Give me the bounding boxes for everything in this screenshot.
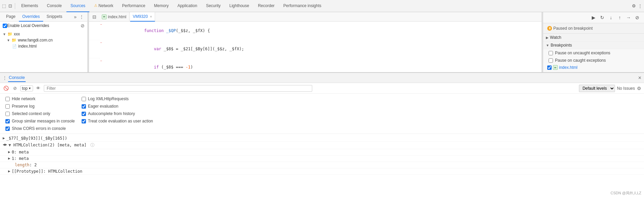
tab-application[interactable]: Application (173, 0, 201, 12)
show-cors-cb[interactable] (5, 126, 10, 131)
copyright-label: CSDN @局外人LZ (611, 191, 641, 196)
panel-tabs: Page Overrides Snippets » ⋮ (0, 12, 87, 22)
step-into-btn[interactable]: ↓ (607, 13, 615, 22)
tab-performance-insights[interactable]: Performance insights (279, 0, 325, 12)
tree-file-item[interactable]: 📄 index.html (0, 43, 87, 49)
more-tabs-btn[interactable]: » (73, 13, 77, 20)
line-num-3 (89, 58, 100, 58)
split-editor-btn[interactable]: ⊟ (90, 13, 98, 21)
tab-network[interactable]: ⚠Network (90, 0, 117, 12)
log-xhr-row[interactable]: Log XMLHttpRequests (82, 96, 153, 101)
console-row-3[interactable]: ▶ 0: meta (0, 149, 644, 156)
autocomplete-row[interactable]: Autocomplete from history (82, 111, 153, 116)
tab-recorder[interactable]: Recorder (254, 0, 279, 12)
expand-icon-1[interactable]: ▶ (3, 136, 5, 140)
inspect-icon[interactable]: ⬚ (1, 3, 7, 9)
step-over-btn[interactable]: ↻ (598, 13, 606, 22)
tab-performance[interactable]: Performance (118, 0, 149, 12)
panel-menu-icon[interactable]: ⋮ (3, 76, 7, 80)
tab-lighthouse[interactable]: Lighthouse (225, 0, 253, 12)
tab-elements[interactable]: Elements (17, 0, 42, 12)
pause-caught-checkbox[interactable] (549, 58, 553, 63)
group-similar-cb[interactable] (5, 119, 10, 123)
tree-domain-folder[interactable]: ▼ 📁 www.fangdi.com.cn (0, 37, 87, 43)
expand-icon-4[interactable]: ▶ (8, 156, 10, 161)
selected-context-cb[interactable] (5, 112, 10, 116)
panel-menu-btn[interactable]: ⋮ (79, 13, 85, 20)
watch-chevron-icon: ▶ (546, 36, 549, 39)
line-dot-1: – (100, 22, 103, 28)
local-overrides-label: Enable Local Overrides (7, 23, 49, 28)
step-btn[interactable]: → (624, 13, 633, 22)
bp-filename: index.html (559, 65, 578, 70)
console-row-5[interactable]: length: 2 (0, 162, 644, 168)
deactivate-bp-btn[interactable]: ⊘ (633, 13, 641, 22)
warn-icon: ⚠ (94, 3, 97, 8)
filter-input[interactable] (44, 85, 313, 92)
context-selector[interactable]: top ▼ (20, 85, 33, 91)
console-row-2[interactable]: ◀▶ ▼ HTMLCollection(2) [meta, meta] ⓘ (0, 142, 644, 149)
clear-console-btn[interactable]: 🚫 (3, 85, 9, 92)
bp-file-row[interactable]: H index.html (543, 64, 644, 71)
tab-overrides[interactable]: Overrides (19, 12, 43, 22)
tree-file-label: index.html (18, 44, 37, 49)
tab-console[interactable]: Console (43, 0, 66, 12)
show-cors-row[interactable]: Show CORS errors in console (5, 126, 75, 131)
eager-eval-cb[interactable] (82, 104, 86, 109)
selected-context-label: Selected context only (12, 111, 50, 116)
tab-security[interactable]: Security (202, 0, 225, 12)
editor-tab-index-html[interactable]: H index.html (99, 12, 129, 22)
hide-network-row[interactable]: Hide network (5, 96, 75, 101)
eye-icon[interactable]: 👁 (35, 85, 42, 92)
console-text-3: 0: meta (12, 150, 641, 154)
eager-eval-row[interactable]: Eager evaluation (82, 104, 153, 109)
settings-gear-icon[interactable]: ⚙ (637, 86, 641, 91)
tab-memory[interactable]: Memory (150, 0, 173, 12)
default-levels-select[interactable]: Default levels (579, 85, 615, 92)
tab-page[interactable]: Page (3, 12, 19, 22)
watch-header[interactable]: ▶ Watch (543, 34, 644, 41)
step-out-btn[interactable]: ↑ (616, 13, 624, 22)
console-close-btn[interactable]: × (638, 75, 641, 81)
resume-btn[interactable]: ▶ (589, 13, 597, 22)
hide-network-cb[interactable] (5, 97, 10, 101)
more-icon[interactable]: ⋮ (637, 3, 643, 9)
treat-code-row[interactable]: Treat code evaluation as user action (82, 119, 153, 123)
device-icon[interactable]: ⊡ (7, 3, 13, 9)
editor-tab-vm9320[interactable]: VM9320 × (130, 12, 155, 22)
treat-code-cb[interactable] (82, 119, 86, 123)
expand-icon-3[interactable]: ▶ (8, 150, 10, 154)
debug-toolbar: ▶ ↻ ↓ ↑ → ⊘ (543, 12, 644, 23)
console-row-6[interactable]: ▶ [[Prototype]]: HTMLCollection (0, 168, 644, 175)
tab-snippets[interactable]: Snippets (43, 12, 66, 22)
pause-caught-row: Pause on caught exceptions (543, 57, 644, 64)
console-row-4[interactable]: ▶ 1: meta (0, 156, 644, 162)
gear-icon[interactable]: ⚙ (631, 3, 637, 9)
log-xhr-cb[interactable] (82, 97, 86, 101)
hide-network-label: Hide network (12, 96, 35, 101)
tree-root-folder[interactable]: ▼ 📁 xxx (0, 31, 87, 37)
pause-uncaught-checkbox[interactable] (549, 51, 553, 55)
selected-context-row[interactable]: Selected context only (5, 111, 75, 116)
expand-icon-2[interactable]: ◀▶ (3, 142, 7, 147)
close-tab-icon[interactable]: × (150, 15, 152, 19)
console-output[interactable]: ▶ _$77[_$By[93]](_$By[165]) ◀▶ ▼ HTMLCol… (0, 134, 644, 197)
bp-file-type-icon: H (553, 65, 558, 70)
console-row-1[interactable]: ▶ _$77[_$By[93]](_$By[165]) (0, 135, 644, 142)
preserve-log-cb[interactable] (5, 104, 10, 109)
tab-sources[interactable]: Sources (66, 0, 89, 12)
bp-file-checkbox[interactable] (547, 65, 552, 70)
console-header: ⋮ Console × (0, 73, 644, 83)
local-overrides-clear-btn[interactable]: ⊘ (81, 23, 85, 28)
watch-label: Watch (550, 35, 561, 40)
group-similar-row[interactable]: Group similar messages in console (5, 119, 75, 123)
log-xhr-label: Log XMLHttpRequests (88, 96, 129, 101)
expand-icon-6[interactable]: ▶ (8, 169, 10, 173)
block-icon[interactable]: ⊘ (11, 85, 18, 92)
breakpoints-header[interactable]: ▼ Breakpoints (543, 41, 644, 49)
local-overrides-checkbox[interactable] (3, 24, 7, 28)
console-title[interactable]: Console (8, 74, 26, 82)
autocomplete-cb[interactable] (82, 112, 86, 116)
treat-code-label: Treat code evaluation as user action (88, 119, 153, 123)
preserve-log-row[interactable]: Preserve log (5, 104, 75, 109)
